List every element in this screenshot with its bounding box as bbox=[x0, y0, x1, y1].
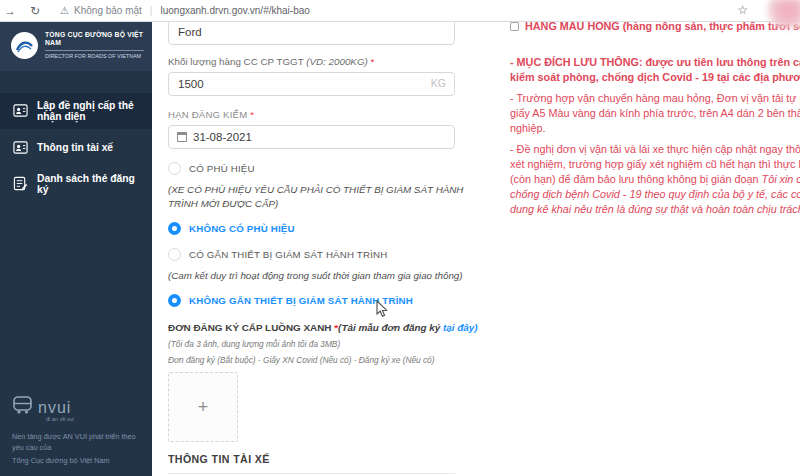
sidebar: TỔNG CỤC ĐƯỜNG BỘ VIỆT NAM DIRECTOR FOR … bbox=[0, 22, 152, 476]
driver-badge-icon bbox=[13, 140, 28, 155]
url-text: luongxanh.drvn.gov.vn/#/khai-bao bbox=[160, 5, 309, 16]
notice-purpose-line2: kiểm soát phòng, chống dịch Covid - 19 t… bbox=[510, 70, 800, 85]
notice-panel: HÀNG MAU HỎNG (hàng nông sản, thực phẩm … bbox=[500, 22, 800, 476]
sidebar-item-label: Thông tin tài xế bbox=[37, 142, 113, 153]
org-subtitle: DIRECTOR FOR ROADS OF VIETNAM bbox=[45, 50, 144, 60]
notice-perishable-line2: giấy A5 Màu vàng dán kính phía trước, tr… bbox=[510, 106, 800, 121]
anvui-name: nvui bbox=[38, 401, 71, 415]
registered-list-icon bbox=[13, 176, 28, 191]
inspection-date-input[interactable]: 31-08-2021 bbox=[168, 125, 455, 149]
address-separator: | bbox=[150, 5, 153, 16]
reload-icon[interactable]: ↻ bbox=[30, 4, 40, 18]
vehicle-brand-input[interactable] bbox=[168, 19, 455, 45]
notice-perishable-line3: nghiệp. bbox=[510, 121, 800, 136]
drvn-logo bbox=[11, 32, 38, 59]
inspection-date-value: 31-08-2021 bbox=[193, 131, 252, 143]
sidebar-item-label: Lập đề nghị cấp thẻ nhận diện bbox=[37, 100, 146, 122]
goods-type-label: HÀNG MAU HỎNG (hàng nông sản, thực phẩm … bbox=[525, 22, 800, 34]
sidebar-menu: Lập đề nghị cấp thẻ nhận diện Thông tin … bbox=[0, 93, 152, 202]
radio-label: CÓ GẮN THIẾT BỊ GIÁM SÁT HÀNH TRÌNH bbox=[189, 249, 387, 260]
notice-commit-line1: chống dịch bệnh Covid - 19 theo quy định… bbox=[510, 187, 800, 202]
radio-label: KHÔNG CÓ PHÙ HIỆU bbox=[189, 223, 295, 234]
address-bar[interactable]: ⚠ Không bảo mật | luongxanh.drvn.gov.vn/… bbox=[60, 5, 310, 16]
footer-credit-line1: Nền tảng được AN VUI phát triển theo yêu… bbox=[12, 431, 146, 453]
upload-dropzone[interactable]: + bbox=[168, 372, 238, 442]
security-label: Không bảo mật bbox=[74, 5, 142, 16]
notice-perishable-line1: - Trường hợp vận chuyển hàng mau hỏng, Đ… bbox=[510, 91, 800, 106]
notice-purpose-line1: - MỤC ĐÍCH LƯU THÔNG: được ưu tiên lưu t… bbox=[510, 55, 800, 70]
inspection-label: HẠN ĐĂNG KIỂM * bbox=[168, 109, 486, 120]
radio-checked-icon[interactable] bbox=[168, 222, 181, 235]
driver-section-title: THÔNG TIN TÀI XẾ bbox=[168, 453, 455, 474]
id-badge-icon bbox=[13, 103, 28, 118]
org-name: TỔNG CỤC ĐƯỜNG BỘ VIỆT NAM bbox=[45, 31, 144, 48]
required-asterisk: * bbox=[371, 56, 375, 67]
radio-unchecked-icon[interactable] bbox=[168, 162, 181, 175]
sidebar-item-lap-de-nghi[interactable]: Lập đề nghị cấp thẻ nhận diện bbox=[0, 93, 152, 129]
radio-unchecked-icon[interactable] bbox=[168, 248, 181, 261]
radio-co-gan-thiet-bi[interactable]: CÓ GẮN THIẾT BỊ GIÁM SÁT HÀNH TRÌNH bbox=[168, 248, 486, 261]
weight-hint: (VD: 2000KG) bbox=[306, 56, 368, 67]
weight-unit: KG bbox=[431, 77, 446, 89]
download-template-link[interactable]: tại đây) bbox=[443, 322, 478, 333]
goods-type-checkbox[interactable] bbox=[510, 22, 519, 31]
weight-label: Khối lượng hàng CC CP TGGT (VD: 2000KG) … bbox=[168, 56, 486, 67]
radio-checked-icon[interactable] bbox=[168, 294, 181, 307]
upload-hint-size: (Tối đa 3 ảnh, dung lượng mỗi ảnh tối đa… bbox=[168, 339, 486, 349]
notice-commit-line2: dung kê khai nêu trên là đúng sự thật và… bbox=[510, 202, 800, 217]
plus-icon: + bbox=[198, 397, 209, 418]
sidebar-footer: nvui đi an về vui Nền tảng được AN VUI p… bbox=[12, 395, 146, 466]
anvui-logo: nvui bbox=[12, 395, 146, 415]
app-window: TỔNG CỤC ĐƯỜNG BỘ VIỆT NAM DIRECTOR FOR … bbox=[0, 22, 800, 476]
upload-hint-docs: Đơn đăng ký (Bắt buộc) - Giấy XN Covid (… bbox=[168, 355, 486, 365]
weight-input[interactable] bbox=[168, 72, 455, 96]
sidebar-item-label: Danh sách thẻ đăng ký bbox=[37, 173, 146, 195]
forward-icon[interactable]: → bbox=[4, 4, 16, 18]
mouse-cursor bbox=[376, 300, 390, 318]
declaration-form: Khối lượng hàng CC CP TGGT (VD: 2000KG) … bbox=[152, 22, 500, 476]
bookmark-star-icon[interactable]: ☆ bbox=[737, 3, 748, 17]
sidebar-item-danh-sach-the[interactable]: Danh sách thẻ đăng ký bbox=[0, 166, 152, 202]
upload-section-label: ĐƠN ĐĂNG KÝ CẤP LUỒNG XANH *(Tải mẫu đơn… bbox=[168, 322, 486, 333]
bus-icon bbox=[12, 395, 34, 415]
badge-radio-note: (XE CÓ PHÙ HIỆU YÊU CẦU PHẢI CÓ THIẾT BỊ… bbox=[168, 183, 468, 211]
not-secure-warning-icon: ⚠ bbox=[60, 5, 69, 16]
radio-khong-co-phu-hieu[interactable]: KHÔNG CÓ PHÙ HIỆU bbox=[168, 222, 486, 235]
notice-update-line2: xét nghiệm, trường hợp giấy xét nghiệm c… bbox=[510, 157, 800, 172]
gps-radio-note: (Cam kết duy trì hoạt động trong suốt th… bbox=[168, 269, 468, 283]
required-asterisk: * bbox=[250, 109, 254, 120]
browser-toolbar: → ↻ ⚠ Không bảo mật | luongxanh.drvn.gov… bbox=[0, 0, 800, 22]
radio-khong-gan-thiet-bi[interactable]: KHÔNG GẮN THIẾT BỊ GIÁM SÁT HÀNH TRÌNH bbox=[168, 294, 486, 307]
radio-label: CÓ PHÙ HIỆU bbox=[189, 163, 255, 174]
org-header: TỔNG CỤC ĐƯỜNG BỘ VIỆT NAM DIRECTOR FOR … bbox=[0, 22, 152, 71]
sidebar-item-thong-tin-tai-xe[interactable]: Thông tin tài xế bbox=[0, 133, 152, 162]
radio-co-phu-hieu[interactable]: CÓ PHÙ HIỆU bbox=[168, 162, 486, 175]
calendar-icon bbox=[177, 132, 187, 142]
blurred-profile-badge bbox=[764, 0, 800, 28]
anvui-tagline: đi an về vui bbox=[46, 416, 146, 422]
footer-credit-line2: Tổng Cục đường bộ Việt Nam bbox=[12, 455, 146, 466]
notice-update-line1: - Đề nghị đơn vị vận tải và lái xe thực … bbox=[510, 142, 800, 157]
notice-update-line3: (còn hạn) để đảm bảo lưu thông không bị … bbox=[510, 172, 800, 187]
